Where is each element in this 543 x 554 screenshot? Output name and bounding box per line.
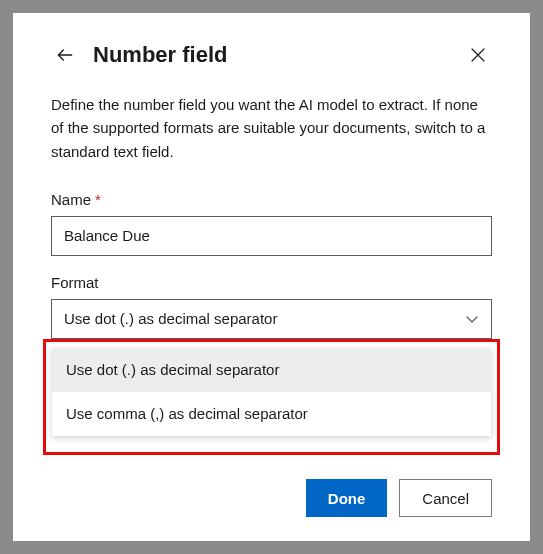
format-field-group: Format Use dot (.) as decimal separator … <box>51 274 492 339</box>
name-label-text: Name <box>51 191 91 208</box>
number-field-dialog: Number field Define the number field you… <box>13 13 530 541</box>
close-button[interactable] <box>464 41 492 69</box>
required-marker: * <box>95 191 101 208</box>
back-arrow-icon <box>55 45 75 65</box>
format-label-text: Format <box>51 274 99 291</box>
format-label: Format <box>51 274 492 291</box>
close-icon <box>470 47 486 63</box>
format-option-comma[interactable]: Use comma (,) as decimal separator <box>52 392 491 436</box>
dialog-description: Define the number field you want the AI … <box>51 93 492 163</box>
format-selected-value: Use dot (.) as decimal separator <box>64 310 277 327</box>
back-button[interactable] <box>51 41 79 69</box>
done-button[interactable]: Done <box>306 479 388 517</box>
name-label: Name * <box>51 191 492 208</box>
chevron-down-icon <box>465 312 479 326</box>
cancel-button[interactable]: Cancel <box>399 479 492 517</box>
format-dropdown-list: Use dot (.) as decimal separator Use com… <box>52 348 491 436</box>
dialog-header: Number field <box>51 41 492 69</box>
name-input[interactable] <box>51 216 492 256</box>
dialog-title: Number field <box>93 42 464 68</box>
format-select[interactable]: Use dot (.) as decimal separator <box>51 299 492 339</box>
name-field-group: Name * <box>51 191 492 256</box>
format-option-dot[interactable]: Use dot (.) as decimal separator <box>52 348 491 392</box>
dialog-footer: Done Cancel <box>51 479 492 517</box>
format-select-wrap: Use dot (.) as decimal separator Use dot… <box>51 299 492 339</box>
dropdown-highlight-frame: Use dot (.) as decimal separator Use com… <box>43 339 500 455</box>
